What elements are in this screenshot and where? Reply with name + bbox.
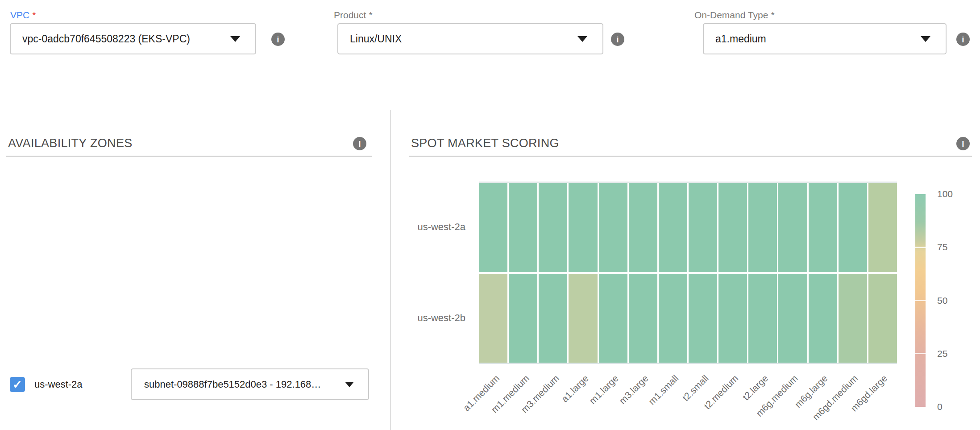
availability-zones-title: AVAILABILITY ZONES	[8, 136, 133, 150]
heatmap-cell-us-west-2a-t2.large	[748, 183, 777, 272]
heatmap-cell-us-west-2b-m6g.large	[809, 274, 837, 363]
heatmap-cell-us-west-2a-t2.small	[689, 183, 717, 272]
heatmap-cell-us-west-2b-m1.large	[599, 274, 627, 363]
heatmap-cell-us-west-2b-t2.small	[689, 274, 717, 363]
heatmap-cell-us-west-2b-m6gd.medium	[839, 274, 867, 363]
spot-market-scoring-info-icon[interactable]: i	[956, 137, 970, 150]
heatmap-cell-us-west-2b-a1.large	[569, 274, 597, 363]
zone-name-label: us-west-2a	[34, 379, 83, 390]
product-select[interactable]: Linux/UNIX	[337, 23, 603, 54]
heatmap-cell-us-west-2b-m1.small	[659, 274, 687, 363]
zone-checkbox-us-west-2a[interactable]: ✓	[10, 377, 25, 392]
heatmap-cell-us-west-2a-m1.small	[659, 183, 687, 272]
heatmap-col-label-t2.small: t2.small	[680, 373, 710, 403]
heatmap-cell-us-west-2a-a1.medium	[479, 183, 507, 272]
heatmap-cell-us-west-2b-t2.medium	[718, 274, 747, 363]
on-demand-type-label-text: On-Demand Type	[694, 10, 768, 20]
heatmap-cell-us-west-2b-m6gd.large	[868, 274, 897, 363]
heatmap-cell-us-west-2a-m6gd.medium	[839, 183, 867, 272]
subnet-select-us-west-2a[interactable]: subnet-09888f7be5152d0e3 - 192.168…	[131, 368, 369, 400]
chevron-down-icon	[345, 382, 354, 387]
product-label-text: Product	[334, 10, 366, 20]
legend-tick-25	[915, 353, 926, 354]
heatmap-cell-us-west-2b-m3.large	[629, 274, 657, 363]
vpc-label: VPC*	[10, 10, 36, 21]
availability-zones-info-icon[interactable]: i	[353, 137, 366, 150]
heatmap-col-label-m1.small: m1.small	[647, 373, 681, 407]
product-required-star: *	[369, 10, 372, 20]
on-demand-type-required-star: *	[771, 10, 774, 20]
on-demand-type-select[interactable]: a1.medium	[703, 23, 947, 54]
heatmap-row-label-us-west-2a: us-west-2a	[376, 221, 465, 233]
heatmap-cell-us-west-2a-a1.large	[569, 183, 597, 272]
chevron-down-icon	[921, 36, 930, 42]
legend-label-25: 25	[937, 348, 964, 359]
heatmap-cell-us-west-2b-m3.medium	[539, 274, 567, 363]
on-demand-type-label: On-Demand Type*	[694, 10, 775, 21]
vpc-select-value: vpc-0adcb70f645508223 (EKS-VPC)	[11, 33, 230, 45]
section-divider	[390, 110, 391, 430]
heatmap-cell-us-west-2b-t2.large	[748, 274, 777, 363]
vpc-select[interactable]: vpc-0adcb70f645508223 (EKS-VPC)	[10, 23, 256, 54]
on-demand-type-select-value: a1.medium	[704, 33, 921, 45]
product-select-value: Linux/UNIX	[338, 33, 577, 45]
legend-tick-75	[915, 247, 926, 248]
subnet-select-value: subnet-09888f7be5152d0e3 - 192.168…	[132, 379, 345, 390]
chevron-down-icon	[577, 36, 587, 42]
heatmap-col-label-t2.large: t2.large	[740, 373, 770, 403]
heatmap-cell-us-west-2b-a1.medium	[479, 274, 507, 363]
vpc-required-star: *	[32, 10, 36, 20]
heatmap-cell-us-west-2b-m6g.medium	[778, 274, 807, 363]
heatmap-cell-us-west-2a-t2.medium	[718, 183, 747, 272]
legend-label-0: 0	[937, 401, 964, 412]
spot-market-scoring-rule	[409, 156, 972, 157]
legend-label-75: 75	[937, 242, 964, 252]
heatmap-cell-us-west-2a-m6gd.large	[868, 183, 897, 272]
spot-score-heatmap	[479, 182, 897, 364]
heatmap-col-label-m3.large: m3.large	[617, 373, 651, 406]
heatmap-cell-us-west-2a-m3.medium	[539, 183, 567, 272]
spot-market-scoring-title: SPOT MARKET SCORING	[411, 136, 559, 150]
vpc-info-icon[interactable]: i	[271, 33, 285, 46]
heatmap-col-label-m1.large: m1.large	[587, 373, 621, 406]
vpc-label-text: VPC	[10, 10, 29, 20]
availability-zones-rule	[6, 156, 372, 157]
on-demand-type-info-icon[interactable]: i	[956, 33, 970, 46]
heatmap-cell-us-west-2a-m1.large	[599, 183, 627, 272]
heatmap-col-label-a1.large: a1.large	[560, 373, 591, 405]
legend-label-50: 50	[937, 295, 964, 306]
heatmap-cell-us-west-2a-m1.medium	[509, 183, 537, 272]
chevron-down-icon	[230, 36, 240, 42]
heatmap-color-legend	[915, 194, 926, 407]
heatmap-cell-us-west-2a-m6g.medium	[778, 183, 807, 272]
heatmap-cell-us-west-2b-m1.medium	[509, 274, 537, 363]
heatmap-cell-us-west-2a-m6g.large	[809, 183, 837, 272]
legend-tick-50	[915, 300, 926, 301]
product-label: Product*	[334, 10, 373, 21]
legend-label-100: 100	[937, 189, 964, 199]
heatmap-cell-us-west-2a-m3.large	[629, 183, 657, 272]
heatmap-row-label-us-west-2b: us-west-2b	[376, 312, 465, 324]
product-info-icon[interactable]: i	[611, 33, 624, 46]
spot-configuration-page: VPC* vpc-0adcb70f645508223 (EKS-VPC) i P…	[0, 0, 980, 430]
